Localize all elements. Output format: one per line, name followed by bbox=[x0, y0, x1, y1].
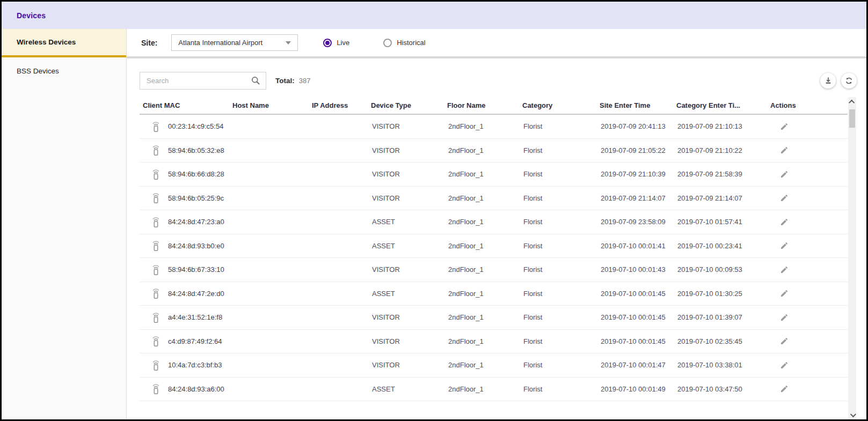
site-enter-time-cell: 2019-07-10 00:01:45 bbox=[596, 337, 673, 345]
page-header: Devices bbox=[2, 2, 866, 29]
site-select[interactable]: Atlanta International Airport bbox=[171, 34, 298, 51]
table-row[interactable]: 84:24:8d:47:2e:d0 ASSET 2ndFloor_1 Flori… bbox=[140, 282, 848, 306]
actions-cell bbox=[767, 217, 848, 227]
col-header-ip-address[interactable]: IP Address bbox=[309, 101, 368, 109]
floor-name-cell: 2ndFloor_1 bbox=[444, 170, 519, 178]
wireless-device-icon bbox=[151, 359, 161, 371]
edit-button[interactable] bbox=[779, 336, 790, 346]
app-window: Devices Wireless Devices BSS Devices Sit… bbox=[0, 0, 868, 421]
devices-table-area: Client MAC Host Name IP Address Device T… bbox=[140, 97, 866, 419]
col-header-floor-name[interactable]: Floor Name bbox=[444, 101, 519, 109]
wireless-device-icon bbox=[151, 312, 161, 323]
edit-button[interactable] bbox=[779, 121, 790, 132]
site-enter-time-cell: 2019-07-10 00:01:43 bbox=[596, 265, 673, 274]
radio-live[interactable]: Live bbox=[323, 39, 349, 47]
table-row[interactable]: 84:24:8d:93:b0:e0 ASSET 2ndFloor_1 Flori… bbox=[140, 234, 848, 258]
category-enter-time-cell: 2019-07-09 21:10:22 bbox=[673, 146, 767, 154]
scrollbar-thumb[interactable] bbox=[849, 109, 855, 128]
radio-historical[interactable]: Historical bbox=[383, 39, 425, 47]
category-cell: Florist bbox=[519, 146, 596, 154]
radio-historical-label: Historical bbox=[397, 39, 425, 47]
total-counter: Total: 387 bbox=[275, 77, 310, 85]
client-mac-cell: 84:24:8d:47:2e:d0 bbox=[140, 287, 229, 299]
radio-live-label: Live bbox=[337, 39, 349, 47]
site-enter-time-cell: 2019-07-10 00:01:47 bbox=[596, 361, 673, 369]
sidebar-item-bss-devices[interactable]: BSS Devices bbox=[2, 57, 126, 84]
actions-cell bbox=[767, 264, 848, 275]
category-cell: Florist bbox=[519, 218, 596, 226]
client-mac-cell: 00:23:14:c9:c5:54 bbox=[140, 121, 229, 132]
actions-cell bbox=[767, 336, 848, 346]
category-enter-time-cell: 2019-07-10 01:57:41 bbox=[673, 218, 767, 226]
client-mac-cell: 84:24:8d:47:23:a0 bbox=[140, 216, 229, 228]
floor-name-cell: 2ndFloor_1 bbox=[444, 290, 519, 298]
edit-button[interactable] bbox=[779, 240, 790, 251]
col-header-category-enter-time[interactable]: Category Enter Ti... bbox=[673, 101, 767, 109]
edit-button[interactable] bbox=[779, 264, 790, 275]
edit-button[interactable] bbox=[779, 193, 790, 203]
table-row[interactable]: c4:d9:87:49:f2:64 VISITOR 2ndFloor_1 Flo… bbox=[140, 330, 848, 354]
search-input[interactable] bbox=[147, 77, 251, 85]
download-button[interactable] bbox=[820, 73, 836, 88]
edit-button[interactable] bbox=[779, 145, 790, 156]
client-mac-cell: 58:94:6b:67:33:10 bbox=[140, 264, 229, 276]
wireless-device-icon bbox=[151, 287, 161, 299]
floor-name-cell: 2ndFloor_1 bbox=[444, 242, 519, 250]
edit-button[interactable] bbox=[779, 217, 790, 227]
table-row[interactable]: 58:94:6b:66:d8:28 VISITOR 2ndFloor_1 Flo… bbox=[140, 163, 848, 187]
chevron-up-icon bbox=[848, 99, 854, 105]
site-enter-time-cell: 2019-07-10 00:01:45 bbox=[596, 290, 673, 298]
client-mac-cell: 58:94:6b:66:d8:28 bbox=[140, 168, 229, 180]
table-row[interactable]: 10:4a:7d:c3:bf:b3 VISITOR 2ndFloor_1 Flo… bbox=[140, 353, 848, 378]
table-row[interactable]: 00:23:14:c9:c5:54 VISITOR 2ndFloor_1 Flo… bbox=[140, 115, 848, 139]
sidebar-item-wireless-devices[interactable]: Wireless Devices bbox=[2, 29, 126, 57]
col-header-category[interactable]: Category bbox=[519, 101, 596, 109]
edit-button[interactable] bbox=[779, 312, 790, 323]
wireless-device-icon bbox=[151, 216, 161, 228]
edit-pencil-icon bbox=[780, 289, 789, 298]
device-type-cell: VISITOR bbox=[368, 146, 444, 154]
site-enter-time-cell: 2019-07-10 00:01:45 bbox=[596, 313, 673, 321]
table-row[interactable]: 58:94:6b:05:25:9c VISITOR 2ndFloor_1 Flo… bbox=[140, 187, 848, 211]
site-enter-time-cell: 2019-07-09 21:05:22 bbox=[596, 146, 673, 154]
client-mac-cell: a4:4e:31:52:1e:f8 bbox=[140, 312, 229, 323]
client-mac-value: 84:24:8d:47:2e:d0 bbox=[168, 290, 224, 298]
category-enter-time-cell: 2019-07-09 21:10:13 bbox=[673, 122, 767, 130]
device-type-cell: VISITOR bbox=[368, 122, 444, 130]
table-row[interactable]: 84:24:8d:47:23:a0 ASSET 2ndFloor_1 Flori… bbox=[140, 210, 848, 234]
table-row[interactable]: a4:4e:31:52:1e:f8 VISITOR 2ndFloor_1 Flo… bbox=[140, 306, 848, 330]
client-mac-value: 10:4a:7d:c3:bf:b3 bbox=[168, 361, 222, 369]
table-row[interactable]: 84:24:8d:93:a6:00 ASSET 2ndFloor_1 Flori… bbox=[140, 378, 848, 402]
edit-button[interactable] bbox=[779, 288, 790, 299]
wireless-device-icon bbox=[151, 144, 161, 156]
edit-button[interactable] bbox=[779, 169, 790, 180]
col-header-host-name[interactable]: Host Name bbox=[229, 101, 309, 109]
client-mac-cell: c4:d9:87:49:f2:64 bbox=[140, 335, 229, 347]
table-row[interactable]: 58:94:6b:05:32:e8 VISITOR 2ndFloor_1 Flo… bbox=[140, 139, 848, 163]
edit-button[interactable] bbox=[779, 360, 790, 371]
client-mac-value: 84:24:8d:93:a6:00 bbox=[168, 385, 224, 393]
floor-name-cell: 2ndFloor_1 bbox=[444, 337, 519, 345]
refresh-button[interactable] bbox=[841, 73, 857, 88]
edit-pencil-icon bbox=[780, 265, 789, 274]
device-type-cell: ASSET bbox=[368, 290, 444, 298]
client-mac-cell: 84:24:8d:93:a6:00 bbox=[140, 383, 229, 395]
category-enter-time-cell: 2019-07-09 21:14:07 bbox=[673, 194, 767, 202]
actions-cell bbox=[767, 383, 848, 394]
mode-radio-group: Live Historical bbox=[323, 39, 459, 47]
devices-table: Client MAC Host Name IP Address Device T… bbox=[140, 97, 848, 419]
scroll-up-arrow[interactable] bbox=[848, 97, 856, 106]
actions-cell bbox=[767, 121, 848, 132]
vertical-scrollbar[interactable] bbox=[848, 97, 856, 419]
scroll-down-arrow[interactable] bbox=[848, 410, 856, 419]
sidebar-item-label: Wireless Devices bbox=[17, 38, 76, 46]
col-header-client-mac[interactable]: Client MAC bbox=[140, 101, 229, 109]
category-cell: Florist bbox=[519, 122, 596, 130]
table-row[interactable]: 58:94:6b:67:33:10 VISITOR 2ndFloor_1 Flo… bbox=[140, 258, 848, 282]
wireless-device-icon bbox=[151, 335, 161, 347]
wireless-device-icon bbox=[151, 121, 161, 132]
col-header-device-type[interactable]: Device Type bbox=[368, 101, 444, 109]
actions-cell bbox=[767, 312, 848, 323]
col-header-site-enter-time[interactable]: Site Enter Time bbox=[596, 101, 673, 109]
edit-button[interactable] bbox=[779, 383, 790, 394]
